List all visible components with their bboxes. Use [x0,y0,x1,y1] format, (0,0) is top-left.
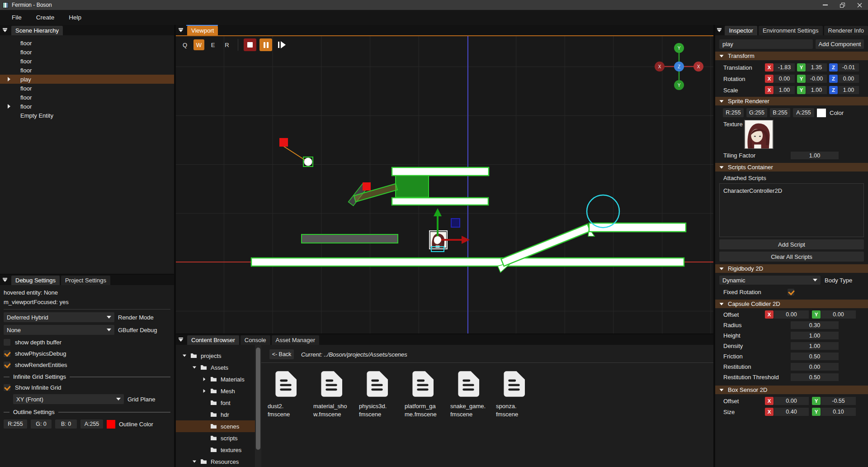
sprite-b-field[interactable]: B:255 [770,108,790,117]
render-mode-dropdown[interactable]: Deferred Hybrid [4,312,114,322]
tool-w-button[interactable]: W [193,39,204,50]
tree-item-projects[interactable]: projects [176,350,255,362]
hierarchy-item-floor[interactable]: floor [0,38,174,48]
pause-button[interactable] [259,38,272,51]
transform-header[interactable]: Transform [715,52,868,60]
panel-collapse-icon[interactable] [176,25,186,35]
gbuffer-debug-dropdown[interactable]: None [4,325,114,335]
capsule-offset-x[interactable]: 0.00 [774,310,809,319]
entity-red-anchor[interactable] [279,138,288,147]
entity-gray-platform[interactable] [302,234,398,243]
tab-inspector[interactable]: Inspector [725,26,757,35]
sprite-a-field[interactable]: A:255 [793,108,814,117]
tree-item-scripts[interactable]: scripts [176,432,255,444]
maximize-button[interactable] [834,0,851,10]
tab-asset-manager[interactable]: Asset Manager [272,335,319,345]
outline-r-field[interactable]: R:255 [4,419,27,429]
file-dust2[interactable]: dust2. fmscene [265,371,306,419]
entity-blue-square[interactable] [451,219,460,227]
capsule-collider-header[interactable]: Capsule Collider 2D [715,300,868,308]
stop-button[interactable] [244,38,256,51]
tree-item-font[interactable]: font [176,397,255,409]
z-badge[interactable]: Z [829,63,838,71]
outline-b-field[interactable]: B: 0 [55,419,77,429]
outline-g-field[interactable]: G: 0 [31,419,52,429]
y-badge[interactable]: Y [797,63,806,71]
entity-white-ball[interactable] [304,158,312,166]
gizmo-origin[interactable] [434,236,441,243]
panel-collapse-icon[interactable] [0,275,10,285]
file-platform-game[interactable]: platform_ga me.fmscene [402,371,443,419]
z-badge[interactable]: Z [829,75,838,83]
box-offset-x[interactable]: 0.00 [774,397,809,405]
rotation-y[interactable]: -0.00 [806,75,827,83]
sprite-renderer-header[interactable]: Sprite Renderer [715,97,868,105]
back-button[interactable]: <- Back [269,349,294,359]
viewport-grid[interactable]: Q W E R [176,36,713,334]
menu-file[interactable]: File [12,14,22,21]
add-script-button[interactable]: Add Script [719,239,864,249]
panel-collapse-icon[interactable] [715,25,723,35]
grid-plane-dropdown[interactable]: XY (Front) [13,394,124,404]
entity-ground-platform[interactable] [251,258,684,266]
x-badge[interactable]: X [765,63,774,71]
sprite-r-field[interactable]: R:255 [723,108,744,117]
orientation-gizmo[interactable]: Y Y X X Z [655,43,703,90]
rotation-x[interactable]: 0.00 [774,75,795,83]
add-component-button[interactable]: Add Component [816,39,864,49]
x-badge[interactable]: X [765,86,774,94]
show-infinite-grid-checkbox[interactable] [4,384,10,391]
menu-help[interactable]: Help [69,14,81,21]
x-badge[interactable]: X [765,397,774,405]
tree-item-hdr[interactable]: hdr [176,409,255,420]
hierarchy-item-empty-entity[interactable]: Empty Entity [0,111,174,120]
entity-red-anchor[interactable] [363,182,371,191]
attached-scripts-list[interactable]: CharacterController2D [719,183,864,237]
hierarchy-item-floor[interactable]: floor [0,102,174,111]
tiling-factor-value[interactable]: 1.00 [791,152,839,159]
tab-scene-hierarchy[interactable]: Scene Hierarchy [11,26,63,35]
scripts-container-header[interactable]: Scripts Container [715,163,868,172]
box-sensor-header[interactable]: Box Sensor 2D [715,386,868,394]
sprite-color-swatch[interactable] [817,109,826,117]
entity-middle-platform[interactable] [392,198,488,205]
restitution-value[interactable]: 0.00 [791,363,839,371]
hierarchy-item-floor[interactable]: floor [0,93,174,102]
y-badge[interactable]: Y [812,408,821,416]
tool-r-button[interactable]: R [222,39,232,50]
tab-content-browser[interactable]: Content Browser [187,335,239,345]
show-depth-buffer-checkbox[interactable] [4,339,10,346]
box-offset-y[interactable]: -0.55 [821,397,856,405]
hierarchy-item-floor[interactable]: floor [0,66,174,75]
tree-item-textures[interactable]: textures [176,444,255,456]
translation-y[interactable]: 1.35 [806,63,827,71]
entity-name-input[interactable]: play [719,39,813,49]
scale-x[interactable]: 1.00 [774,86,795,94]
entity-upper-platform[interactable] [392,167,489,176]
radius-value[interactable]: 0.30 [791,321,839,329]
box-size-x[interactable]: 0.40 [774,408,809,416]
minimize-button[interactable] [816,0,834,10]
tab-renderer-info[interactable]: Renderer Info [824,26,868,35]
expand-arrow-icon[interactable] [8,77,10,81]
file-sponza[interactable]: sponza. fmscene [494,371,534,419]
hierarchy-item-floor[interactable]: floor [0,84,174,93]
clear-all-scripts-button[interactable]: Clear All Scripts [719,252,864,262]
scale-z[interactable]: 1.00 [838,86,859,94]
outline-color-swatch[interactable] [107,420,115,429]
outline-a-field[interactable]: A:255 [80,419,103,429]
friction-value[interactable]: 0.50 [791,353,839,360]
rotation-z[interactable]: 0.00 [838,75,859,83]
tree-item-assets[interactable]: Assets [176,362,255,373]
x-badge[interactable]: X [765,75,774,83]
scrollbar-thumb[interactable] [256,348,260,450]
panel-collapse-icon[interactable] [0,25,10,35]
sprite-g-field[interactable]: G:255 [746,108,767,117]
file-material-show[interactable]: material_sho w.fmscene [311,371,352,419]
expand-arrow-icon[interactable] [8,104,10,109]
y-badge[interactable]: Y [797,86,806,94]
rigidbody-header[interactable]: Rigidbody 2D [715,264,868,273]
tab-environment-settings[interactable]: Environment Settings [759,26,823,35]
tree-item-materials[interactable]: Materials [176,373,255,385]
box-size-y[interactable]: 0.10 [821,408,856,416]
